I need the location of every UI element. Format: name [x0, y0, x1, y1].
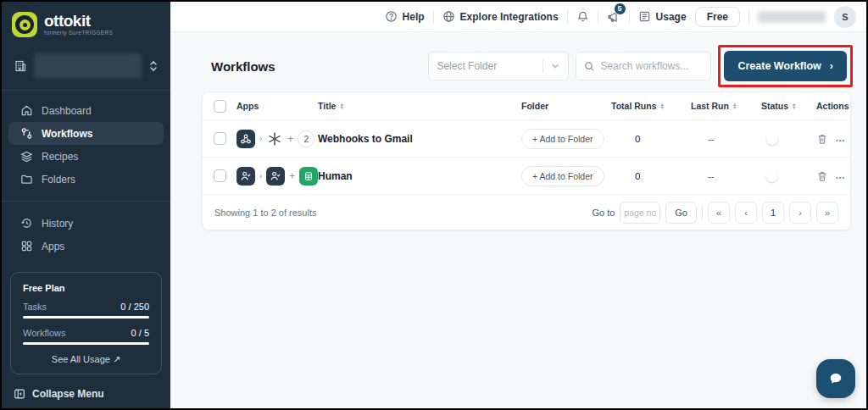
sort-icon — [732, 102, 737, 109]
more-menu-icon[interactable] — [836, 132, 845, 145]
sidebar-item-history[interactable]: History — [2, 212, 170, 235]
usage-tasks-value: 0 / 250 — [120, 302, 149, 312]
workflows-progress-bar — [23, 342, 149, 345]
table-row[interactable]: 2 Webhooks to Gmail + Add to Folder 0 -- — [203, 119, 850, 157]
row-checkbox[interactable] — [214, 132, 226, 145]
ottokit-logo-icon — [12, 12, 37, 37]
plus-icon — [289, 170, 295, 182]
sidebar-item-workflows[interactable]: Workflows — [8, 122, 164, 145]
col-last-run[interactable]: Last Run — [691, 101, 761, 111]
history-icon — [20, 217, 33, 230]
total-runs-value: 0 — [611, 134, 691, 144]
workflow-icon — [20, 127, 33, 140]
plan-title: Free Plan — [23, 283, 149, 293]
last-page-button[interactable]: » — [816, 202, 838, 224]
notifications-button[interactable] — [576, 10, 589, 23]
arrow-up-right-icon: ↗ — [113, 354, 120, 364]
main-content: Workflows Select Folder — [170, 32, 866, 408]
col-status[interactable]: Status — [761, 101, 816, 111]
sidebar-item-label: Recipes — [42, 151, 78, 163]
divider — [567, 10, 568, 24]
workflow-title[interactable]: Human — [318, 170, 521, 182]
sidebar-divider — [2, 201, 170, 202]
usage-workflows-label: Workflows — [23, 328, 66, 338]
usage-tasks-label: Tasks — [23, 302, 47, 312]
add-to-folder-button[interactable]: + Add to Folder — [521, 166, 604, 186]
first-page-button[interactable]: « — [708, 202, 730, 224]
more-menu-icon[interactable] — [836, 169, 845, 182]
help-button[interactable]: Help — [385, 10, 425, 23]
explore-integrations-button[interactable]: Explore Integrations — [442, 10, 559, 23]
sidebar-item-recipes[interactable]: Recipes — [2, 145, 170, 168]
apps-grid-icon — [20, 240, 33, 252]
goto-label: Go to — [592, 208, 615, 218]
trash-icon[interactable] — [816, 170, 828, 182]
col-title[interactable]: Title — [318, 101, 521, 111]
avatar[interactable]: S — [834, 6, 856, 28]
prev-page-button[interactable]: ‹ — [735, 202, 757, 224]
sidebar: ottokit formerly SureTRIGGERS Dashboard — [2, 2, 170, 408]
workflow-title[interactable]: Webhooks to Gmail — [318, 133, 521, 145]
table-row[interactable]: Human + Add to Folder 0 -- — [203, 157, 850, 194]
webhook-icon — [236, 130, 255, 148]
see-all-usage-link[interactable]: See All Usage ↗ — [23, 354, 149, 365]
create-workflow-button[interactable]: Create Workflow › — [724, 51, 847, 81]
sidebar-divider — [2, 90, 170, 91]
chevron-right-icon: › — [830, 60, 833, 72]
divider — [598, 10, 598, 24]
building-icon — [14, 59, 27, 73]
select-all-checkbox[interactable] — [214, 100, 226, 113]
last-run-value: -- — [691, 171, 761, 181]
workspace-name-redacted — [34, 53, 142, 79]
sidebar-item-label: Dashboard — [42, 105, 92, 117]
human-icon — [266, 167, 285, 186]
sidebar-item-apps[interactable]: Apps — [2, 235, 170, 258]
notification-count-badge: 5 — [614, 3, 626, 15]
human-icon — [236, 167, 255, 186]
total-runs-value: 0 — [611, 171, 691, 181]
chat-widget-button[interactable] — [816, 359, 855, 398]
home-icon — [20, 104, 33, 117]
workflows-table: Apps Title Folder Total Runs Last Run St… — [202, 91, 851, 230]
usage-workflows-value: 0 / 5 — [131, 328, 149, 338]
annotation-highlight-box: Create Workflow › — [718, 45, 853, 87]
top-header: Help Explore Integrations 5 Us — [170, 2, 866, 32]
divider — [702, 206, 703, 219]
sort-icon — [792, 102, 796, 109]
folder-filter-value: Select Folder — [437, 60, 536, 72]
row-apps: 2 — [236, 130, 318, 148]
col-folder: Folder — [521, 101, 611, 111]
divider — [542, 59, 543, 73]
search-input[interactable] — [600, 60, 693, 72]
last-run-value: -- — [691, 134, 761, 144]
whats-new-button[interactable]: 5 — [607, 10, 620, 24]
layers-icon — [20, 150, 33, 163]
account-name-redacted — [758, 11, 826, 23]
sidebar-item-dashboard[interactable]: Dashboard — [2, 99, 170, 122]
divider — [629, 10, 630, 24]
page-number-input[interactable] — [620, 202, 660, 224]
divider — [433, 10, 434, 24]
sidebar-item-folders[interactable]: Folders — [2, 168, 170, 191]
folder-icon — [20, 173, 33, 186]
row-checkbox[interactable] — [214, 169, 226, 182]
go-button[interactable]: Go — [665, 202, 697, 224]
trash-icon[interactable] — [816, 133, 828, 145]
chevron-right-icon — [259, 171, 262, 180]
plan-badge-button[interactable]: Free — [695, 7, 740, 27]
folder-filter-select[interactable]: Select Folder — [428, 52, 569, 80]
page-1-button[interactable]: 1 — [762, 202, 784, 224]
usage-button[interactable]: Usage — [638, 10, 687, 23]
collapse-panel-icon — [14, 388, 25, 400]
chevron-right-icon — [259, 134, 262, 143]
next-page-button[interactable]: › — [789, 202, 811, 224]
openai-icon — [266, 130, 283, 147]
sidebar-item-label: Workflows — [42, 128, 92, 140]
divider — [748, 10, 749, 24]
workflows-toolbar: Workflows Select Folder — [211, 47, 853, 86]
col-total-runs[interactable]: Total Runs — [611, 101, 691, 111]
workspace-selector[interactable] — [14, 51, 159, 81]
add-to-folder-button[interactable]: + Add to Folder — [521, 129, 604, 149]
brand-name: ottokit — [44, 14, 113, 28]
collapse-menu-button[interactable]: Collapse Menu — [14, 388, 104, 400]
